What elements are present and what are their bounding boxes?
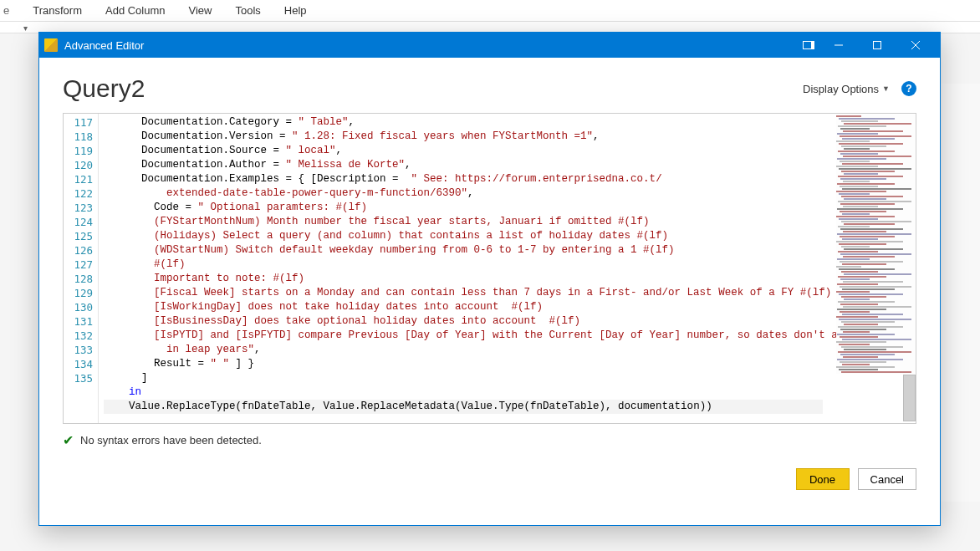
ribbon-tab-help[interactable]: Help (284, 4, 307, 17)
code-area[interactable]: Documentation.Category = " Table", Docum… (99, 114, 916, 423)
code-line[interactable]: in (104, 385, 911, 400)
dock-icon[interactable] (803, 41, 814, 49)
code-line[interactable]: Code = " Optional paramters: #(lf) (104, 201, 911, 215)
ribbon-menu: e Transform Add Column View Tools Help (0, 0, 980, 22)
line-number: 134 (64, 357, 98, 371)
minimize-button[interactable] (819, 33, 858, 58)
dialog-titlebar: Advanced Editor (39, 33, 940, 58)
line-number: 117 (64, 115, 98, 130)
code-line[interactable]: Documentation.Examples = { [Description … (104, 172, 911, 186)
code-line[interactable]: [IsBusinessDay] does take optional holid… (104, 314, 911, 329)
line-number: 133 (64, 343, 98, 357)
advanced-editor-dialog: Advanced Editor Query2 Display Options ▼… (38, 32, 941, 526)
line-number: 122 (64, 186, 98, 201)
ribbon-tab-view[interactable]: View (189, 4, 212, 17)
line-number: 132 (64, 329, 98, 343)
code-line[interactable]: Documentation.Version = " 1.28: Fixed fi… (104, 130, 911, 144)
line-number: 126 (64, 243, 98, 258)
help-icon[interactable]: ? (901, 81, 916, 96)
ribbon-expand-icon[interactable]: ▾ (23, 23, 28, 33)
code-line[interactable]: extended-date-table-power-query-m-functi… (104, 186, 911, 201)
dialog-footer: Done Cancel (63, 468, 916, 490)
line-number: 118 (64, 130, 98, 144)
syntax-status: ✔ No syntax errors have been detected. (63, 432, 916, 448)
line-number: 120 (64, 158, 98, 172)
minimap[interactable] (836, 115, 915, 374)
code-line[interactable]: ] (104, 371, 911, 385)
code-line[interactable]: (WDStartNum) Switch default weekday numb… (104, 243, 911, 258)
line-number: 124 (64, 215, 98, 229)
done-button[interactable]: Done (796, 468, 850, 490)
display-options-label: Display Options (803, 83, 879, 95)
ribbon-tab-transform[interactable]: Transform (33, 4, 82, 17)
syntax-status-message: No syntax errors have been detected. (80, 434, 262, 446)
code-editor[interactable]: 1171181191201211221231241251261271281291… (63, 113, 916, 424)
line-number: 129 (64, 286, 98, 300)
line-number-gutter: 1171181191201211221231241251261271281291… (64, 114, 99, 423)
code-line[interactable]: Documentation.Author = " Melissa de Kort… (104, 158, 911, 172)
code-line[interactable]: (FYStartMonthNum) Month number the fisca… (104, 215, 911, 229)
minimap-scrollbar[interactable] (903, 375, 916, 421)
line-number: 125 (64, 229, 98, 243)
chevron-down-icon: ▼ (882, 84, 890, 93)
code-line[interactable]: [IsPYTD] and [IsPFYTD] compare Previous … (104, 329, 911, 343)
powerbi-icon (44, 38, 58, 52)
line-number: 131 (64, 314, 98, 329)
check-icon: ✔ (63, 432, 74, 448)
ribbon-tab-tools[interactable]: Tools (235, 4, 260, 17)
display-options-dropdown[interactable]: Display Options ▼ (803, 83, 890, 95)
close-button[interactable] (896, 33, 935, 58)
line-number: 128 (64, 272, 98, 286)
code-line[interactable]: Important to note: #(lf) (104, 272, 911, 286)
code-line[interactable]: [IsWorkingDay] does not take holiday dat… (104, 300, 911, 314)
line-number: 135 (64, 371, 98, 385)
code-line[interactable]: Documentation.Source = " local", (104, 144, 911, 158)
code-line[interactable]: #(lf) (104, 258, 911, 272)
line-number: 121 (64, 172, 98, 186)
code-line[interactable]: Value.ReplaceType(fnDateTable, Value.Rep… (104, 400, 823, 414)
ribbon-tab-home-fragment[interactable]: e (3, 4, 9, 17)
code-line[interactable]: (Holidays) Select a query (and column) t… (104, 229, 911, 243)
code-line[interactable]: [Fiscal Week] starts on a Monday and can… (104, 286, 911, 300)
maximize-button[interactable] (858, 33, 896, 58)
query-name: Query2 (63, 74, 145, 103)
line-number: 130 (64, 300, 98, 314)
code-line[interactable]: Documentation.Category = " Table", (104, 115, 911, 130)
code-line[interactable]: in leap years", (104, 343, 911, 357)
svg-rect-1 (874, 42, 881, 49)
cancel-button[interactable]: Cancel (858, 468, 916, 490)
line-number: 127 (64, 258, 98, 272)
line-number: 119 (64, 144, 98, 158)
ribbon-tab-add-column[interactable]: Add Column (105, 4, 166, 17)
line-number: 123 (64, 201, 98, 215)
dialog-title: Advanced Editor (64, 39, 144, 52)
dialog-content: Query2 Display Options ▼ ? 1171181191201… (39, 58, 940, 525)
code-line[interactable]: Result = " " ] } (104, 357, 911, 371)
